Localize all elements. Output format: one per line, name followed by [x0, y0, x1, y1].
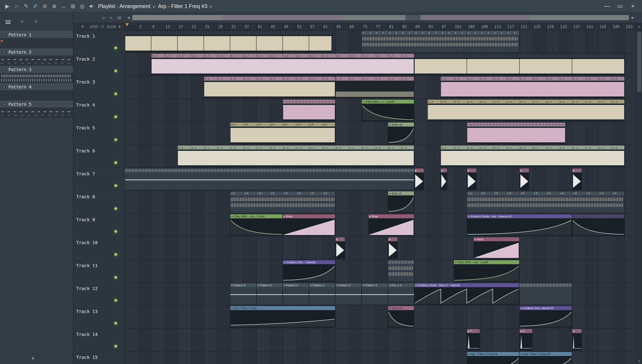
clip-auto[interactable]: ∞ Endless Smile - Arp - Intensit #2 [467, 214, 572, 236]
clip-hit[interactable]: ▸ [467, 168, 476, 190]
clip-wave[interactable]: ▸ ..s▸ ..s▸ ..s▸ ..s▸ ..s▸ ..s [335, 77, 414, 98]
clip-wave[interactable]: ▸▸▸▸▸▸▸▸▸▸▸▸▸▸▸▸▸▸▸▸▸▸▸▸▸▸▸▸▸▸ [467, 122, 565, 144]
track-mute-led[interactable] [114, 345, 117, 348]
track-label-row[interactable]: Track 15... [74, 352, 125, 364]
add-track-button[interactable]: + [81, 24, 84, 30]
hscroll-track[interactable] [132, 14, 629, 21]
slide-toggle-icon[interactable] [119, 26, 120, 28]
track-label-row[interactable]: Track 10... [74, 237, 125, 260]
clip-wave[interactable]: ▸ ..s▸ ..s▸ ..s▸ ..s▸ ..s▸ ..s▸ ..s▸ ..s… [151, 54, 414, 75]
clip-riser[interactable]: ▸ Riser [368, 214, 414, 236]
timeline-ruler[interactable]: 5913172125293337414549535761656973778185… [125, 23, 636, 30]
clip-auto[interactable]: ∞ Sna..tch [388, 306, 414, 328]
clip-riser[interactable]: ▸ Riser [283, 214, 335, 236]
track-label-row[interactable]: Track 5... [74, 122, 125, 145]
vscroll-thumb[interactable] [637, 32, 641, 92]
clip-hit[interactable]: ▸ [572, 329, 581, 350]
clip-auto[interactable]: ∞ Arp - Filter 1 Freq #4 [467, 352, 519, 364]
vertical-scrollbar[interactable]: ▼ [636, 30, 642, 364]
track-label-row[interactable]: Track 3... [74, 76, 125, 99]
playhead-marker[interactable] [125, 23, 129, 26]
step-label[interactable]: STEP [90, 25, 99, 28]
clip-hit[interactable]: ▸ F.. [467, 329, 480, 350]
zoom-select-tool-icon[interactable]: ⊞ [68, 2, 78, 11]
clip-hit[interactable]: ▸ [572, 168, 581, 190]
clip-pat[interactable] [388, 260, 414, 282]
clip-wave[interactable] [125, 31, 332, 52]
track-mute-led[interactable] [114, 116, 117, 118]
track-mute-led[interactable] [114, 184, 117, 187]
clip-pat[interactable]: ≡≡≡≡≡≡≡≡≡≡≡≡≡≡≡≡≡≡≡≡≡≡≡≡ [362, 31, 519, 52]
clip-wave[interactable]: ▸ ..s▸ ..s▸ ..s▸ ..s▸ ..s▸ ..s▸ ..s▸ ..s… [441, 77, 624, 98]
headphones-icon[interactable]: ∩ [12, 2, 22, 11]
clip-pat[interactable]: ≡ Pattern 4 [283, 283, 309, 304]
scroll-left-icon[interactable]: ◀ [126, 16, 131, 20]
track-mute-led[interactable] [114, 276, 117, 279]
clip-hit[interactable]: ▸ F.. [520, 329, 532, 350]
pattern-item[interactable]: ≡Pattern 5 [0, 101, 73, 118]
clip-hit[interactable]: ▸ [441, 168, 447, 190]
clip-auto[interactable]: ∞ End..sit [388, 191, 414, 213]
pattern-list-menu-button[interactable]: ≡ [67, 33, 71, 37]
pattern-label-row[interactable]: ≡Pattern 1≡ [0, 31, 73, 38]
clip-wave[interactable]: ▸ P..▸ P..▸ P..▸ P..▸ P..▸ P..▸ P..▸ P.. [230, 122, 335, 144]
track-label-row[interactable]: Track 14... [74, 328, 125, 352]
hscroll-thumb[interactable] [132, 15, 629, 20]
clip-auto[interactable]: ∞ Endless Smi..ntensit #2 [520, 306, 572, 328]
automation-group-icon[interactable]: ✦ [34, 18, 38, 26]
draw-tool-icon[interactable]: ✎ [22, 2, 31, 11]
paint-tool-icon[interactable]: ✐ [31, 2, 40, 11]
pattern-label-row[interactable]: ≡Pattern 5 [0, 101, 73, 108]
clip-auto[interactable]: ∞ Endless Smi..- Intensit [283, 260, 335, 282]
track-mute-led[interactable] [114, 299, 117, 302]
clip-pat[interactable]: ≡ P..≡ P..≡ P..≡ P..≡ P..≡ P..≡ P..≡ P..… [467, 191, 624, 213]
clip-pat[interactable]: ≡ Pattern 4 [309, 283, 335, 304]
scroll-down-icon[interactable]: ▼ [636, 359, 642, 364]
clip-auto[interactable]: ∞ Endless Smile - Bass 2 - Intensit [414, 283, 519, 304]
track-label-row[interactable]: Track 12... [74, 283, 125, 306]
close-button[interactable]: × [626, 0, 639, 12]
scroll-right-icon[interactable]: ▶ [631, 16, 635, 20]
clip-pat[interactable] [520, 283, 572, 304]
clip-pat[interactable]: ≡ Pattern 4 [362, 283, 388, 304]
maximize-button[interactable]: ▭ [613, 0, 626, 12]
track-label-row[interactable]: Track 13... [74, 306, 125, 328]
playlist-lanes[interactable]: ≡≡≡≡≡≡≡≡≡≡≡≡≡≡≡≡≡≡≡≡≡≡≡≡▸ ..s▸ ..s▸ ..s▸… [125, 30, 636, 364]
clip-auto[interactable]: ∞ Filter MINI - Arp - Cutoff [230, 214, 282, 236]
track-mute-led[interactable] [114, 70, 117, 72]
clip-wave[interactable]: ▸ ..s▸ ..s▸ ..s▸ ..s▸ ..s▸ ..s▸ ..s▸ ..s… [441, 146, 624, 167]
clip-auto[interactable]: ∞ Endl..sit [388, 122, 414, 144]
clip-auto[interactable]: ∞ Arp - Filter 1 Freq [230, 306, 335, 328]
clip-hit[interactable]: ▸ [335, 237, 345, 259]
track-mute-led[interactable] [114, 207, 117, 210]
slide-label[interactable]: SLIDE [107, 25, 116, 28]
track-mute-led[interactable] [114, 92, 117, 95]
picker-panel-icon[interactable]: Ш [5, 18, 11, 26]
clip-riser[interactable]: ▸ Riser [474, 237, 519, 259]
step-toggle-icon[interactable] [101, 25, 104, 28]
track-label-row[interactable]: Track 2... [74, 53, 125, 76]
delete-tool-icon[interactable]: ⊘ [40, 2, 50, 11]
performance-mode-icon[interactable]: Ш [118, 15, 121, 20]
add-pattern-button[interactable]: + [31, 355, 35, 362]
play-icon[interactable]: ▶ [3, 2, 12, 11]
slip-tool-icon[interactable]: ↔ [59, 2, 68, 11]
clip-wave[interactable]: ▸ ..s▸ ..s▸ ..s▸ ..s▸ ..s▸ ..s▸ ..s▸ ..s… [178, 146, 414, 167]
clip-pat[interactable]: ≡ Pattern 4 [230, 283, 256, 304]
clip-hit[interactable]: ▸ [414, 168, 424, 190]
speaker-icon[interactable] [87, 2, 96, 11]
pattern-item[interactable]: ≡Pattern 3 [0, 66, 73, 83]
track-mute-led[interactable] [114, 322, 117, 325]
pattern-item[interactable]: ≡Pattern 1≡ [0, 31, 73, 48]
clip-wave[interactable]: ▸ ..s▸ ..s▸ ..s▸ ..s▸ ..s▸ ..s▸ ..s▸ ..s… [204, 77, 335, 98]
slide-icon[interactable]: ∿ [110, 15, 113, 20]
track-label-row[interactable]: Track 11... [74, 260, 125, 283]
magnet-snap-icon[interactable]: ∪ [102, 15, 105, 20]
track-mute-led[interactable] [114, 161, 117, 164]
horizontal-scrollbar[interactable]: ◀ ▶ [125, 14, 636, 21]
pattern-item[interactable]: ≡Pattern 4 [0, 83, 73, 101]
mute-tool-icon[interactable]: ⊗ [50, 2, 59, 11]
magnify-tool-icon[interactable]: ◎ [78, 2, 87, 11]
pattern-label-row[interactable]: ≡Pattern 4 [0, 83, 73, 90]
breadcrumb-selection[interactable]: Arp - Filter 1 Freq #3 [158, 3, 207, 9]
